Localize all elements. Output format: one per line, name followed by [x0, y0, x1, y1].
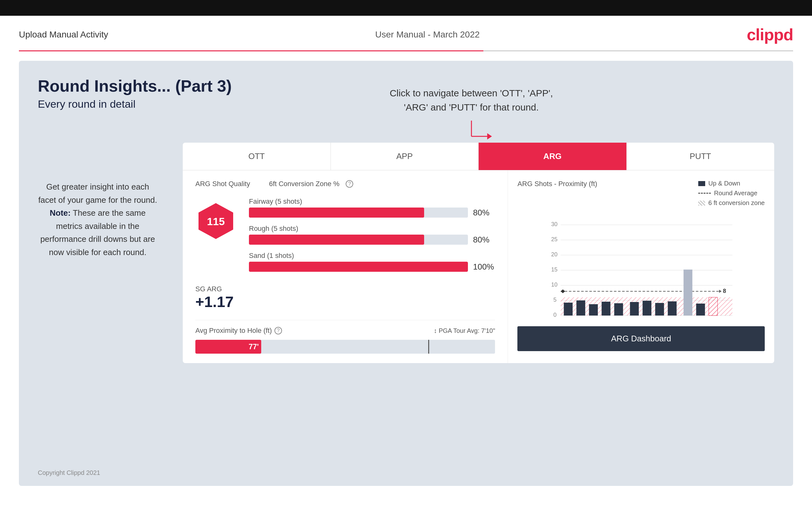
help-icon[interactable]: ? [346, 180, 353, 188]
chart-bar-10 [684, 270, 693, 316]
round-avg-diamond [561, 289, 565, 293]
legend-updown-icon [698, 181, 705, 186]
upload-manual-label: Upload Manual Activity [19, 30, 108, 40]
bars-section: Fairway (5 shots) 80% Rough (5 shots) [249, 198, 495, 279]
bar-rough-pct: 80% [473, 235, 495, 245]
legend-conversion: 6 ft conversion zone [698, 199, 765, 207]
footer: Copyright Clippd 2021 [38, 469, 100, 476]
svg-text:10: 10 [551, 282, 558, 288]
nav-hint-text: Click to navigate between 'OTT', 'APP','… [390, 86, 553, 114]
right-panel: ARG Shots - Proximity (ft) Up & Down Rou… [508, 170, 774, 363]
svg-marker-2 [487, 133, 492, 139]
svg-text:5: 5 [554, 297, 557, 303]
header: Upload Manual Activity User Manual - Mar… [0, 16, 812, 50]
sg-arg-label: SG ARG [195, 285, 495, 293]
chart-bar-2 [577, 300, 586, 316]
bar-sand-pct: 100% [473, 262, 495, 272]
bar-rough-label: Rough (5 shots) [249, 225, 495, 233]
top-bar [0, 0, 812, 16]
arg-dashboard-button[interactable]: ARG Dashboard [517, 326, 765, 351]
svg-text:30: 30 [551, 221, 558, 227]
tab-arg[interactable]: ARG [478, 143, 627, 170]
arg-header-row: ARG Shot Quality 6ft Conversion Zone % ? [195, 180, 495, 188]
bar-rough: Rough (5 shots) 80% [249, 225, 495, 245]
chart-bar-12 [709, 297, 718, 316]
sg-arg-value: +1.17 [195, 293, 495, 311]
legend-updown: Up & Down [698, 180, 765, 187]
round-avg-arrow [719, 290, 721, 293]
bar-fairway: Fairway (5 shots) 80% [249, 198, 495, 218]
tab-app[interactable]: APP [331, 143, 479, 170]
proximity-bar-fill: 77' [195, 340, 261, 354]
sg-arg-section: SG ARG +1.17 [195, 285, 495, 311]
right-panel-header: ARG Shots - Proximity (ft) Up & Down Rou… [517, 180, 765, 207]
chart-bar-9 [668, 301, 677, 316]
proximity-label: Avg Proximity to Hole (ft) ? [195, 327, 282, 335]
conversion-zone-label: 6ft Conversion Zone % [269, 180, 340, 188]
legend-conversion-label: 6 ft conversion zone [708, 199, 765, 207]
svg-text:20: 20 [551, 251, 558, 258]
left-description: Get greater insight into each facet of y… [38, 180, 158, 259]
arg-shot-quality-label: ARG Shot Quality [195, 180, 250, 188]
insights-card: OTT APP ARG PUTT ARG Shot Quality 6ft Co… [183, 143, 774, 363]
card-body: ARG Shot Quality 6ft Conversion Zone % ?… [183, 170, 774, 363]
hexagon-shape: 115 [195, 201, 236, 241]
legend-updown-label: Up & Down [708, 180, 740, 187]
legend-dashed-icon [698, 193, 711, 194]
chart-bar-5 [614, 303, 623, 316]
legend-round-avg-label: Round Average [714, 189, 758, 197]
proximity-section: Avg Proximity to Hole (ft) ? ↕ PGA Tour … [195, 320, 495, 354]
bar-sand: Sand (1 shots) 100% [249, 251, 495, 272]
svg-text:115: 115 [207, 215, 225, 227]
proximity-cursor [428, 340, 429, 354]
main-content: Round Insights... (Part 3) Every round i… [19, 61, 793, 486]
tab-putt[interactable]: PUTT [627, 143, 774, 170]
nav-arrow-icon [468, 117, 500, 146]
chart-bar-4 [602, 302, 611, 316]
svg-text:8: 8 [723, 288, 726, 294]
user-manual-date: User Manual - March 2022 [375, 30, 479, 40]
hex-score-wrap: 115 [195, 201, 236, 241]
bar-fairway-pct: 80% [473, 208, 495, 218]
legend-hatched-icon [698, 201, 705, 206]
svg-text:0: 0 [554, 312, 557, 318]
proximity-help-icon[interactable]: ? [274, 327, 282, 334]
chart-bar-1 [564, 303, 573, 316]
bar-fairway-label: Fairway (5 shots) [249, 198, 495, 206]
chart-bar-6 [630, 302, 639, 316]
tabs-container: OTT APP ARG PUTT [183, 143, 774, 170]
chart-legend: Up & Down Round Average 6 ft conversion … [698, 180, 765, 207]
svg-text:25: 25 [551, 236, 558, 242]
chart-title: ARG Shots - Proximity (ft) [517, 180, 597, 188]
chart-area: 0 5 10 15 20 25 30 [517, 213, 765, 320]
chart-bar-8 [655, 303, 664, 316]
proximity-value: 77' [249, 342, 259, 351]
header-divider [19, 50, 793, 51]
chart-bar-3 [589, 304, 598, 316]
nav-hint: Click to navigate between 'OTT', 'APP','… [390, 86, 553, 147]
clippd-logo: clippd [747, 25, 793, 44]
svg-text:15: 15 [551, 267, 558, 273]
proximity-chart: 0 5 10 15 20 25 30 [517, 213, 765, 320]
proximity-pga: ↕ PGA Tour Avg: 7'10" [434, 327, 495, 334]
legend-round-avg: Round Average [698, 189, 765, 197]
bar-sand-label: Sand (1 shots) [249, 251, 495, 260]
chart-bar-7 [643, 301, 652, 316]
proximity-bar-track: 77' [195, 340, 495, 354]
left-panel: ARG Shot Quality 6ft Conversion Zone % ?… [183, 170, 508, 363]
chart-bar-11 [696, 303, 705, 316]
tab-ott[interactable]: OTT [183, 143, 331, 170]
hex-row: 115 Fairway (5 shots) 80% [195, 198, 495, 279]
